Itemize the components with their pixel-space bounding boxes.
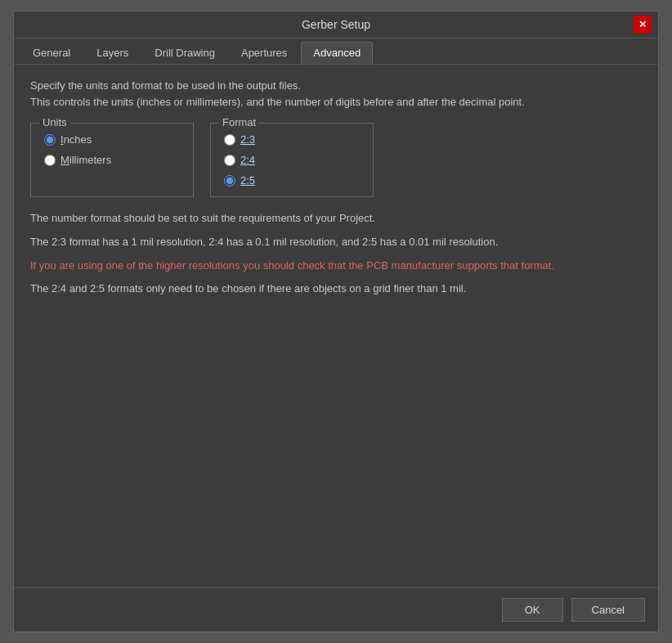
- title-bar: Gerber Setup ✕: [14, 11, 658, 38]
- format-24-radio[interactable]: [224, 155, 235, 166]
- format-group: Format 2:3 2:4 2:5: [210, 123, 374, 197]
- tab-layers[interactable]: Layers: [84, 42, 141, 64]
- millimeters-radio[interactable]: [44, 155, 56, 166]
- info-line3: If you are using one of the higher resol…: [30, 258, 642, 275]
- dialog-title: Gerber Setup: [302, 18, 370, 31]
- tab-advanced[interactable]: Advanced: [301, 42, 373, 64]
- format-23-label: 2:3: [240, 133, 255, 146]
- radio-format-24[interactable]: 2:4: [224, 154, 360, 166]
- cancel-button[interactable]: Cancel: [571, 598, 645, 622]
- bottom-bar: OK Cancel: [14, 587, 658, 632]
- format-23-radio[interactable]: [224, 134, 235, 146]
- options-row: Units Inches Millimeters Format 2:3: [30, 123, 642, 197]
- inches-label: Inches: [60, 133, 92, 146]
- main-content: Specify the units and format to be used …: [14, 65, 658, 587]
- format-24-label: 2:4: [240, 154, 255, 166]
- units-group: Units Inches Millimeters: [30, 123, 194, 197]
- inches-radio[interactable]: [44, 134, 56, 146]
- tab-apertures[interactable]: Apertures: [229, 42, 299, 64]
- radio-format-23[interactable]: 2:3: [224, 133, 360, 146]
- radio-millimeters[interactable]: Millimeters: [44, 154, 180, 166]
- radio-inches[interactable]: Inches: [44, 133, 180, 146]
- format-group-label: Format: [219, 116, 259, 128]
- tab-general[interactable]: General: [20, 42, 83, 64]
- tab-bar: General Layers Drill Drawing Apertures A…: [14, 38, 658, 65]
- gerber-setup-dialog: Gerber Setup ✕ General Layers Drill Draw…: [13, 11, 659, 632]
- ok-button[interactable]: OK: [502, 598, 563, 622]
- millimeters-label: Millimeters: [60, 154, 111, 166]
- close-button[interactable]: ✕: [634, 16, 652, 34]
- info-line2: The 2:3 format has a 1 mil resolution, 2…: [30, 234, 642, 251]
- info-line4: The 2:4 and 2:5 formats only need to be …: [30, 281, 642, 298]
- description-line2: This controls the units (inches or milli…: [30, 94, 642, 110]
- description: Specify the units and format to be used …: [30, 78, 642, 110]
- format-25-label: 2:5: [240, 174, 255, 187]
- description-line1: Specify the units and format to be used …: [30, 78, 642, 94]
- tab-drill-drawing[interactable]: Drill Drawing: [142, 42, 227, 64]
- info-line1: The number format should be set to suit …: [30, 210, 642, 227]
- units-group-label: Units: [39, 116, 70, 128]
- format-25-radio[interactable]: [224, 175, 235, 187]
- radio-format-25[interactable]: 2:5: [224, 174, 360, 187]
